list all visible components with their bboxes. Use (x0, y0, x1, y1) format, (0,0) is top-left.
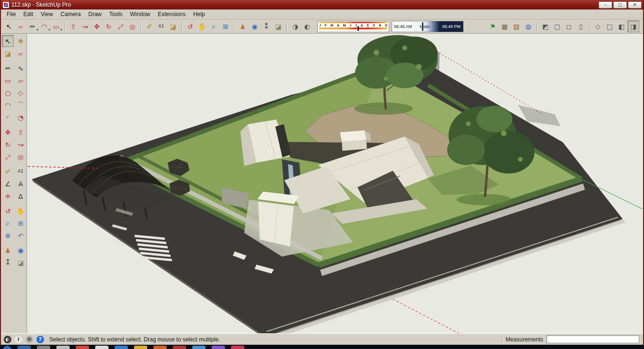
menu-item-extensions[interactable]: Extensions (154, 10, 189, 18)
position-camera-tool[interactable]: ♟ (2, 244, 14, 256)
view-top-button[interactable]: ▢ (551, 20, 563, 32)
shadow-toggle-button[interactable]: ◐ (301, 20, 313, 32)
signin-avatar-icon[interactable]: ☻ (26, 336, 33, 343)
scale-tool[interactable]: ⤢ (115, 20, 126, 32)
minimize-button[interactable]: ‒ (599, 1, 612, 9)
line-tool[interactable]: ✏ (2, 62, 14, 74)
freehand-tool[interactable]: ∿ (15, 62, 27, 74)
move-tool[interactable]: ✥ (2, 126, 14, 138)
menu-item-camera[interactable]: Camera (57, 10, 85, 18)
pie-tool[interactable]: ◔ (15, 111, 27, 123)
viewport[interactable] (27, 34, 643, 333)
previous-view-tool[interactable]: ↶ (15, 230, 27, 241)
style-wireframe-button[interactable]: ◇ (592, 20, 604, 32)
menu-item-file[interactable]: File (3, 10, 19, 18)
orbit-tool[interactable]: ↺ (184, 20, 196, 32)
dimension-tool[interactable]: A1 (15, 165, 27, 177)
style-hidden-line-button[interactable]: □ (604, 20, 616, 32)
help-icon[interactable]: ? (36, 336, 44, 343)
taskbar-app-10[interactable] (192, 346, 206, 349)
scale-tool[interactable]: ⤢ (2, 151, 14, 163)
view-front-button[interactable]: ◻ (563, 20, 575, 32)
measurements-input[interactable] (546, 335, 639, 343)
push-pull-tool[interactable]: ⇧ (15, 126, 27, 138)
menu-item-edit[interactable]: Edit (19, 10, 37, 18)
shadow-settings-button[interactable]: ◑ (289, 20, 301, 32)
month-gradient-track[interactable] (319, 28, 387, 29)
close-button[interactable]: ✕ (628, 1, 642, 9)
move-tool[interactable]: ✥ (91, 20, 103, 32)
follow-me-tool[interactable]: ↝ (15, 138, 27, 150)
month-slider-handle[interactable] (358, 26, 359, 31)
rotate-tool[interactable]: ↻ (103, 20, 115, 32)
time-slider-handle[interactable] (422, 22, 423, 31)
axes-tool[interactable]: ✛ (2, 190, 14, 202)
section-plane-tool[interactable]: ◪ (272, 20, 284, 32)
menu-item-help[interactable]: Help (189, 10, 209, 18)
polygon-tool[interactable]: ◇ (15, 87, 27, 99)
add-location-button[interactable]: ⚑ (487, 20, 499, 32)
style-shaded-textures-button[interactable]: ◨ (627, 20, 639, 32)
menu-item-draw[interactable]: Draw (85, 10, 106, 18)
taskbar-app-7[interactable] (134, 346, 147, 349)
zoom-window-tool[interactable]: ⊞ (220, 20, 232, 32)
photo-textures-button[interactable]: ▨ (510, 20, 522, 32)
tape-measure-tool[interactable]: ✐ (143, 20, 155, 32)
follow-me-tool[interactable]: ↝ (79, 20, 91, 32)
taskbar-app-2[interactable] (37, 346, 50, 349)
arc-tools[interactable]: ◠ (38, 20, 50, 32)
arc-2pt-tool[interactable]: ◠ (2, 99, 14, 111)
text-tool[interactable]: A (15, 178, 27, 190)
tape-measure-tool[interactable]: ✐ (2, 165, 14, 177)
rotate-tool[interactable]: ↻ (2, 138, 14, 150)
select-tool[interactable]: ↖ (3, 20, 15, 32)
menu-item-view[interactable]: View (37, 10, 57, 18)
orbit-tool[interactable]: ↺ (2, 205, 14, 217)
select-tool[interactable]: ↖ (2, 35, 14, 47)
taskbar-app-9[interactable] (173, 346, 186, 349)
taskbar-app-3[interactable] (56, 346, 70, 349)
shadow-time-slider[interactable]: 06:45 AM Noon 05:40 PM (392, 21, 464, 32)
view-iso-button[interactable]: ◩ (539, 20, 551, 32)
taskbar-app-11[interactable] (212, 346, 225, 349)
zoom-tool[interactable]: ⌕ (208, 20, 220, 32)
zoom-extents-tool[interactable]: ⊕ (2, 230, 14, 241)
arc-3pt-tool[interactable]: ⌒ (15, 99, 27, 111)
offset-tool[interactable]: ◎ (126, 20, 138, 32)
taskbar-app-8[interactable] (153, 346, 167, 349)
position-camera-tool[interactable]: ♟ (237, 20, 249, 32)
make-component-tool[interactable]: ❖ (15, 35, 27, 47)
eraser-tool[interactable]: ▰ (15, 20, 27, 32)
3d-text-tool[interactable]: Δ (15, 190, 27, 202)
taskbar-app-6[interactable] (115, 346, 128, 349)
rectangle-tool[interactable]: ▭ (2, 74, 14, 86)
zoom-window-tool[interactable]: ⊞ (15, 217, 27, 229)
push-pull-tool[interactable]: ⇧ (67, 20, 79, 32)
toggle-terrain-button[interactable]: ▦ (499, 20, 510, 32)
maximize-button[interactable]: ▢ (613, 1, 627, 9)
taskbar-app-5[interactable] (95, 346, 108, 349)
menu-item-window[interactable]: Window (126, 10, 154, 18)
geolocation-icon[interactable]: ◐ (4, 336, 11, 343)
protractor-tool[interactable]: ∠ (2, 178, 14, 190)
paint-bucket-tool[interactable]: ◪ (2, 47, 14, 59)
zoom-tool[interactable]: ⌕ (2, 217, 14, 229)
walk-tool[interactable]: ⁑ (260, 20, 272, 32)
rotated-rectangle-tool[interactable]: ▱ (15, 74, 27, 86)
credits-icon[interactable]: i (15, 336, 22, 343)
paint-bucket-tool[interactable]: ◪ (167, 20, 179, 32)
eraser-tool[interactable]: ▰ (15, 47, 27, 59)
start-button[interactable] (3, 346, 11, 349)
shadow-month-slider[interactable]: JFMAMJJASOND (317, 21, 389, 32)
pan-tool[interactable]: ✋ (196, 20, 208, 32)
section-plane-tool[interactable]: ◪ (15, 257, 27, 268)
shape-tools[interactable]: ▭ (50, 20, 62, 32)
pan-tool[interactable]: ✋ (15, 205, 27, 217)
time-slider-track[interactable]: Noon (414, 21, 439, 32)
dimension-tool[interactable]: A1 (155, 20, 167, 32)
taskbar-app-4[interactable] (76, 346, 89, 349)
menu-item-tools[interactable]: Tools (106, 10, 126, 18)
look-around-tool[interactable]: ◉ (249, 20, 260, 32)
preview-earth-button[interactable]: ◍ (522, 20, 534, 32)
taskbar-app-12[interactable] (231, 346, 244, 349)
